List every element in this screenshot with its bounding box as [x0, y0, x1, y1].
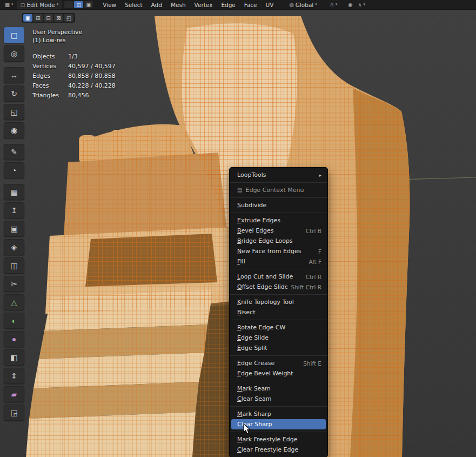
tool-smooth[interactable]: ● — [4, 331, 24, 347]
menu-item-edge-split[interactable]: Edge Split — [230, 343, 327, 353]
menu-item-knife-topology-tool[interactable]: Knife Topology Tool — [230, 297, 327, 307]
menu-item-shortcut: Alt F — [309, 259, 321, 265]
smooth-icon: ● — [12, 335, 16, 343]
menu-item-label: Mark Sharp — [237, 410, 321, 418]
menu-item-label: Offset Edge Slide — [237, 283, 287, 290]
select-mode-new-button[interactable]: ▣ — [23, 14, 32, 22]
menu-item-edge-slide[interactable]: Edge Slide — [230, 333, 327, 343]
menu-item-bisect[interactable]: Bisect — [230, 307, 327, 317]
tool-rip-region[interactable]: ◲ — [4, 405, 24, 421]
select-mode-options: ▣ ⊞ ⊟ ⊠ ◰ — [22, 13, 75, 23]
select-intersect-icon: ◰ — [66, 15, 71, 21]
edit-mode-icon: ▢ — [21, 2, 25, 8]
tool-move[interactable]: ↔ — [4, 67, 24, 83]
menu-mesh[interactable]: Mesh — [166, 1, 190, 9]
tool-poly-build[interactable]: △ — [4, 294, 24, 310]
tool-bevel[interactable]: ◈ — [4, 239, 24, 255]
menu-item-fill[interactable]: Fill Alt F — [230, 256, 327, 267]
select-subtract-icon: ⊟ — [46, 15, 50, 21]
menu-separator — [230, 381, 327, 381]
vertex-select-button[interactable]: ∙ — [64, 1, 73, 8]
menu-view[interactable]: View — [98, 1, 120, 9]
menu-item-extrude-edges[interactable]: Extrude Edges — [230, 215, 327, 226]
menu-vertex[interactable]: Vertex — [190, 1, 217, 9]
mode-label: Edit Mode — [26, 2, 55, 8]
select-mode-extend-button[interactable]: ⊞ — [33, 14, 43, 22]
menu-item-looptools[interactable]: LoopTools ▸ — [230, 170, 327, 180]
scale-icon: ◱ — [10, 108, 17, 116]
face-select-button[interactable]: ▣ — [84, 1, 93, 8]
tool-inset-faces[interactable]: ▣ — [4, 221, 24, 237]
menu-item-label: LoopTools — [237, 171, 316, 178]
chevron-down-icon: ▾ — [364, 3, 366, 6]
menu-item-shortcut: Ctrl R — [306, 274, 321, 280]
menu-item-label: Extrude Edges — [237, 217, 321, 224]
menu-uv[interactable]: UV — [262, 1, 278, 9]
select-mode-subtract-button[interactable]: ⊟ — [44, 14, 53, 22]
tool-cursor[interactable]: ◎ — [4, 45, 24, 62]
menu-face[interactable]: Face — [240, 1, 262, 9]
mode-selector-dropdown[interactable]: ▢ Edit Mode ▾ — [17, 1, 62, 9]
menu-item-new-face-from-edges[interactable]: New Face from Edges F — [230, 246, 327, 256]
chevron-down-icon: ▾ — [11, 3, 14, 6]
menu-item-label: Edge Crease — [237, 360, 300, 367]
menu-item-bevel-edges[interactable]: Bevel Edges Ctrl B — [230, 226, 327, 236]
editor-type-button[interactable]: ▦ ▾ — [2, 2, 16, 8]
tool-edge-slide[interactable]: ◧ — [4, 349, 24, 366]
menu-edge[interactable]: Edge — [217, 1, 239, 9]
menu-item-mark-sharp[interactable]: Mark Sharp — [230, 409, 327, 419]
select-mode-invert-button[interactable]: ⊠ — [54, 14, 63, 22]
menu-item-shortcut: Ctrl B — [306, 228, 321, 234]
snap-dropdown[interactable]: ∩ ▾ — [327, 2, 340, 8]
select-extend-icon: ⊞ — [36, 15, 40, 21]
header-menus: View Select Add Mesh Vertex Edge Face UV — [98, 1, 278, 9]
menu-item-mark-freestyle-edge[interactable]: Mark Freestyle Edge — [230, 434, 327, 445]
tool-select-box[interactable]: ▢ — [4, 27, 24, 43]
tool-loop-cut[interactable]: ◫ — [4, 257, 24, 274]
shear-icon: ▰ — [11, 390, 17, 398]
annotate-pencil-icon: ✎ — [11, 148, 17, 156]
menu-item-label: Bevel Edges — [237, 227, 303, 234]
menu-item-edge-bevel-weight[interactable]: Edge Bevel Weight — [230, 368, 327, 379]
menu-item-clear-seam[interactable]: Clear Seam — [230, 394, 327, 404]
tool-measure[interactable]: ◔ — [4, 162, 24, 178]
menu-item-clear-sharp[interactable]: Clear Sharp — [231, 419, 326, 429]
proportional-editing-toggle[interactable]: ◉ — [345, 2, 355, 8]
menu-item-shortcut: F — [318, 248, 321, 255]
globe-icon: ◍ — [289, 2, 293, 8]
select-mode-intersect-button[interactable]: ◰ — [64, 14, 73, 22]
menu-item-bridge-edge-loops[interactable]: Bridge Edge Loops — [230, 236, 327, 246]
tool-add-cube[interactable]: ▦ — [4, 184, 24, 200]
poly-build-icon: △ — [11, 299, 17, 306]
edge-select-icon: ◫ — [77, 2, 82, 8]
menu-item-edge-crease[interactable]: Edge Crease Shift E — [230, 358, 327, 368]
select-new-icon: ▣ — [25, 15, 30, 21]
tool-spin[interactable]: ◐ — [4, 313, 24, 329]
tool-extrude-region[interactable]: ↥ — [4, 202, 24, 218]
tool-shear[interactable]: ▰ — [4, 386, 24, 402]
menu-item-clear-freestyle-edge[interactable]: Clear Freestyle Edge — [230, 445, 327, 455]
tool-shrink-fatten[interactable]: ⇕ — [4, 368, 24, 384]
menu-item-mark-seam[interactable]: Mark Seam — [230, 383, 327, 394]
falloff-dropdown[interactable]: ∧ ▾ — [356, 2, 368, 8]
menu-item-loop-cut-and-slide[interactable]: Loop Cut and Slide Ctrl R — [230, 271, 327, 282]
tool-transform[interactable]: ◉ — [4, 122, 24, 138]
tool-knife[interactable]: ✂ — [4, 276, 24, 292]
menu-item-subdivide[interactable]: Subdivide — [230, 200, 327, 210]
magnet-icon: ∩ — [330, 2, 334, 8]
stats-row-edges: Edges 80,858 / 80,858 — [32, 71, 116, 81]
menu-item-rotate-edge-cw[interactable]: Rotate Edge CW — [230, 322, 327, 333]
tool-rotate[interactable]: ↻ — [4, 85, 24, 102]
edge-select-button[interactable]: ◫ — [74, 1, 83, 8]
menu-item-offset-edge-slide[interactable]: Offset Edge Slide Shift Ctrl R — [230, 282, 327, 292]
menu-separator — [230, 182, 327, 183]
menu-item-label: Edge Bevel Weight — [237, 370, 321, 377]
menu-select[interactable]: Select — [120, 1, 146, 9]
transform-orientation-dropdown[interactable]: ◍ Global ▾ — [286, 1, 319, 9]
tool-scale[interactable]: ◱ — [4, 104, 24, 120]
menu-add[interactable]: Add — [147, 1, 166, 9]
editor-type-icon: ▦ — [5, 2, 10, 8]
tool-annotate[interactable]: ✎ — [4, 144, 24, 160]
menu-item-label: Subdivide — [237, 202, 321, 209]
menu-item-shortcut: Shift Ctrl R — [291, 284, 321, 290]
